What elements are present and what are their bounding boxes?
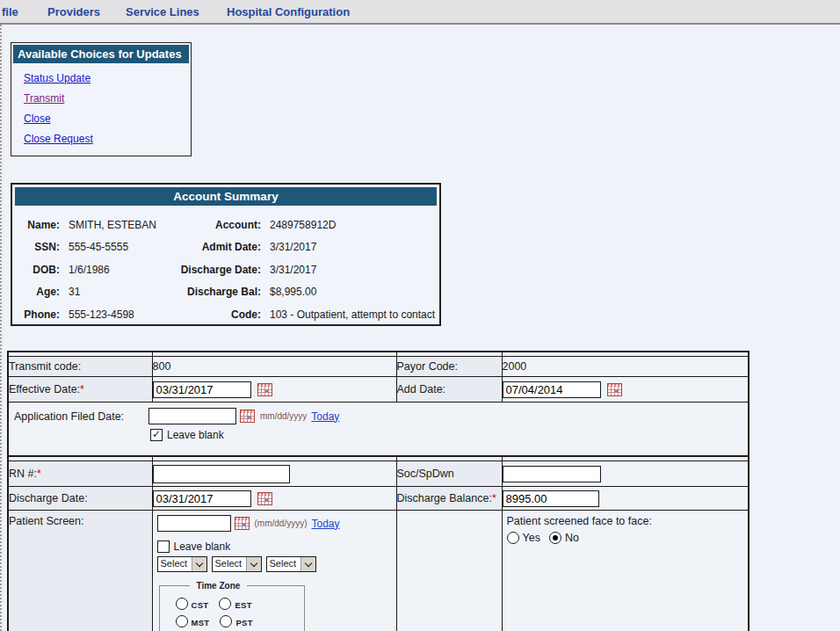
available-choices-links: Status Update Transmit Close Close Reque… [11, 65, 191, 145]
leave-blank-checkbox-checked[interactable]: ✓ [150, 429, 163, 441]
calendar-icon[interactable] [240, 410, 255, 423]
patient-screen-select-1[interactable]: Select [157, 556, 207, 572]
timezone-pst-radio[interactable] [220, 615, 232, 627]
link-close[interactable]: Close [24, 112, 51, 125]
select-value: Select [158, 557, 192, 571]
leave-blank-checkbox-unchecked[interactable] [157, 540, 170, 553]
nav-item-providers[interactable]: Providers [47, 5, 100, 18]
required-marker: * [492, 492, 496, 504]
link-status-update[interactable]: Status Update [24, 72, 91, 84]
transmit-code-value: 800 [152, 357, 396, 377]
timezone-option-label: PST [235, 618, 252, 627]
patient-screen-select-2[interactable]: Select [212, 556, 262, 572]
account-label: SSN: [12, 236, 60, 259]
account-label: Discharge Date: [167, 258, 261, 281]
account-label: Account: [167, 214, 261, 236]
patient-screen-row: Patient Screen: (mm/dd/yyyy) Today Leave… [8, 511, 749, 631]
available-choices-panel: Available Choices for Updates Status Upd… [11, 42, 192, 156]
account-label: Age: [12, 281, 60, 304]
account-label: Name: [12, 214, 60, 236]
soc-spdwn-label: Soc/SpDwn [396, 461, 502, 487]
link-close-request[interactable]: Close Request [24, 133, 93, 145]
required-marker: * [37, 468, 41, 480]
account-summary-header: Account Summary [15, 187, 437, 206]
calendar-icon[interactable] [607, 383, 622, 396]
patient-screen-label: Patient Screen: [8, 511, 152, 631]
chevron-down-icon [246, 557, 261, 571]
select-value: Select [267, 557, 301, 571]
screened-yes-label: Yes [523, 532, 540, 544]
account-value: 1/6/1986 [60, 258, 167, 281]
application-filed-date-row: Application Filed Date: mm/dd/yyyy Today… [8, 403, 749, 459]
calendar-icon[interactable] [257, 383, 272, 396]
account-label: Phone: [12, 303, 60, 326]
discharge-date-input[interactable] [153, 490, 251, 507]
account-label: DOB: [12, 258, 60, 281]
payor-code-label: Payor Code: [396, 357, 502, 377]
timezone-option-label: EST [235, 600, 251, 610]
page: file Providers Service Lines Hospital Co… [0, 0, 840, 631]
transmit-code-row: Transmit code: 800 Payor Code: 2000 [8, 357, 749, 377]
application-filed-date-input[interactable] [148, 408, 236, 424]
today-link[interactable]: Today [312, 518, 340, 530]
patient-screen-date-input[interactable] [157, 515, 231, 532]
timezone-fieldset: Time Zone CST EST MST PST [159, 581, 305, 631]
date-format-hint: mm/dd/yyyy [260, 411, 307, 421]
soc-spdwn-input[interactable] [503, 466, 601, 482]
calendar-icon[interactable] [235, 517, 250, 530]
account-value: 555-123-4598 [60, 303, 167, 326]
account-value: $8,995.00 [261, 281, 439, 304]
account-value: 103 - Outpatient, attempt to contact [261, 303, 439, 326]
timezone-est-radio[interactable] [219, 598, 231, 610]
chevron-down-icon [192, 557, 206, 571]
nav-item-service-lines[interactable]: Service Lines [126, 5, 199, 18]
screened-no-radio[interactable] [549, 532, 561, 544]
link-transmit[interactable]: Transmit [24, 92, 64, 105]
discharge-balance-label: Discharge Balance: [397, 492, 492, 504]
nav-item-file[interactable]: file [2, 5, 18, 18]
account-summary-grid: Name: SMITH, ESTEBAN Account: 2489758912… [12, 208, 439, 326]
transmit-form-table: Transmit code: 800 Payor Code: 2000 Effe… [7, 351, 749, 459]
add-date-label: Add Date: [396, 377, 502, 403]
date-format-hint: (mm/dd/yyyy) [255, 519, 308, 528]
timezone-option-label: MST [192, 618, 210, 627]
effective-date-label: Effective Date: [9, 383, 80, 395]
discharge-balance-input[interactable] [503, 490, 599, 507]
required-marker: * [80, 383, 84, 395]
rn-input[interactable] [153, 465, 290, 483]
top-navigation: file Providers Service Lines Hospital Co… [0, 0, 840, 25]
add-date-input[interactable] [503, 381, 601, 398]
account-value: 3/31/2017 [261, 236, 439, 259]
timezone-cst-radio[interactable] [176, 598, 188, 610]
patient-screen-select-3[interactable]: Select [266, 556, 316, 572]
transmit-code-label: Transmit code: [8, 357, 152, 377]
calendar-icon[interactable] [257, 492, 272, 505]
timezone-option-label: CST [192, 600, 209, 610]
account-label: Code: [167, 303, 261, 326]
empty-cell [396, 511, 502, 631]
discharge-date-label: Discharge Date: [8, 487, 152, 511]
timezone-mst-radio[interactable] [176, 615, 188, 627]
available-choices-header: Available Choices for Updates [13, 45, 189, 63]
leave-blank-label: Leave blank [167, 429, 224, 441]
nav-item-hospital-configuration[interactable]: Hospital Configuration [227, 5, 350, 18]
timezone-legend: Time Zone [190, 581, 248, 591]
screened-face-to-face-label: Patient screened face to face: [507, 515, 749, 527]
today-link[interactable]: Today [311, 410, 339, 423]
payor-code-value: 2000 [502, 357, 749, 377]
rn-label: RN #: [9, 468, 37, 480]
application-filed-date-label: Application Filed Date: [14, 410, 148, 423]
account-value: SMITH, ESTEBAN [60, 214, 167, 236]
account-value: 555-45-5555 [60, 236, 167, 259]
screened-no-label: No [565, 532, 579, 544]
leave-blank-label: Leave blank [174, 540, 231, 553]
left-edge-strip [0, 25, 4, 631]
account-label: Discharge Bal: [167, 281, 261, 304]
effective-date-input[interactable] [153, 381, 251, 398]
account-label: Admit Date: [167, 236, 261, 259]
discharge-form-table: RN #:* Soc/SpDwn Discharge Date: Dischar… [7, 455, 749, 631]
account-value: 3/31/2017 [261, 258, 439, 281]
discharge-date-row: Discharge Date: Discharge Balance:* [8, 487, 749, 511]
screened-yes-radio[interactable] [507, 532, 519, 544]
account-value: 31 [60, 281, 167, 304]
